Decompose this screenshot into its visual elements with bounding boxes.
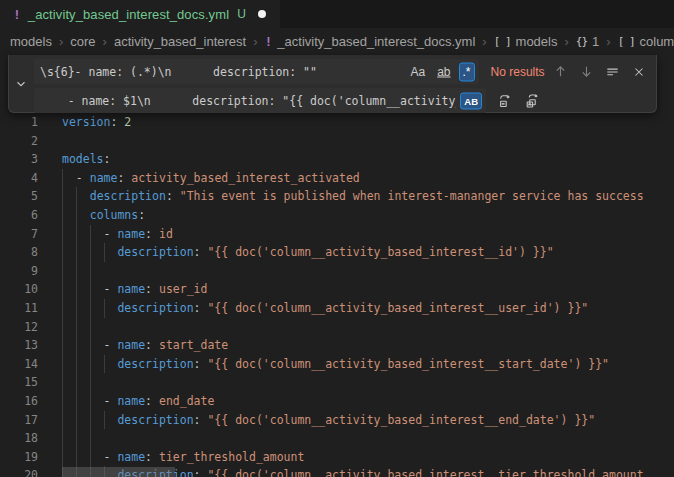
indent-guide bbox=[62, 280, 63, 299]
token: "{{ doc('column__activity_based_interest… bbox=[207, 468, 643, 477]
token bbox=[62, 227, 104, 241]
regex-button[interactable]: .* bbox=[459, 62, 475, 81]
next-match-button[interactable] bbox=[576, 61, 597, 83]
toggle-replace-button[interactable] bbox=[12, 64, 30, 104]
find-status: No results bbox=[491, 65, 545, 79]
breadcrumb-label: activity_based_interest bbox=[114, 34, 246, 49]
line-number: 6 bbox=[0, 206, 38, 225]
token: : bbox=[194, 413, 201, 427]
token: description bbox=[117, 357, 193, 371]
horizontal-scrollbar[interactable] bbox=[62, 467, 175, 477]
token bbox=[62, 450, 104, 464]
code-line[interactable]: 8 description: "{{ doc('column__activity… bbox=[0, 243, 674, 262]
code-line[interactable]: 6 columns: bbox=[0, 206, 674, 225]
token bbox=[152, 227, 159, 241]
code-line[interactable]: 9 bbox=[0, 262, 674, 281]
line-number: 19 bbox=[0, 448, 38, 467]
indent-guide bbox=[90, 448, 91, 467]
replace-row: AB bbox=[34, 88, 650, 113]
code-line[interactable]: 2 bbox=[0, 132, 674, 151]
indent-guide bbox=[90, 429, 91, 448]
token: "{{ doc('column__activity_based_interest… bbox=[207, 357, 609, 371]
code-line[interactable]: 13 - name: start_date bbox=[0, 336, 674, 355]
code-text: description: "{{ doc('column__activity_b… bbox=[62, 299, 674, 318]
find-in-selection-button[interactable] bbox=[602, 61, 623, 83]
token bbox=[173, 189, 180, 203]
replace-input[interactable] bbox=[34, 88, 486, 113]
token: description bbox=[117, 413, 193, 427]
code-line[interactable]: 19 - name: tier_threshold_amount bbox=[0, 448, 674, 467]
code-line[interactable]: 10 - name: user_id bbox=[0, 280, 674, 299]
token: name bbox=[117, 394, 145, 408]
line-number: 10 bbox=[0, 280, 38, 299]
token bbox=[62, 394, 104, 408]
match-case-button[interactable]: Aa bbox=[406, 62, 429, 81]
token: : bbox=[145, 227, 152, 241]
editor[interactable]: 1version: 223models:4 - name: activity_b… bbox=[0, 55, 674, 477]
breadcrumb-item[interactable]: core bbox=[70, 34, 95, 49]
replace-button[interactable] bbox=[494, 90, 516, 112]
breadcrumb-item[interactable]: !_activity_based_interest_docs.yml bbox=[265, 34, 476, 49]
code-line[interactable]: 15 bbox=[0, 373, 674, 392]
preserve-case-button[interactable]: AB bbox=[460, 92, 482, 109]
indent-guide bbox=[62, 355, 63, 374]
indent-guide bbox=[62, 318, 63, 337]
tab-active-file[interactable]: ! _activity_based_interest_docs.yml U bbox=[0, 0, 280, 28]
indent-guide bbox=[76, 429, 77, 448]
tab-filename: _activity_based_interest_docs.yml bbox=[28, 7, 229, 22]
modified-indicator-dot[interactable] bbox=[258, 10, 266, 18]
find-replace-widget: Aa ab .* No results bbox=[8, 55, 657, 113]
find-row: Aa ab .* No results bbox=[34, 59, 650, 84]
line-number: 17 bbox=[0, 411, 38, 430]
code-text: description: "This event is published wh… bbox=[62, 187, 674, 206]
code-line[interactable]: 3models: bbox=[0, 150, 674, 169]
line-number: 15 bbox=[0, 373, 38, 392]
close-find-button[interactable] bbox=[629, 61, 650, 83]
code-line[interactable]: 7 - name: id bbox=[0, 225, 674, 244]
token: : bbox=[145, 282, 152, 296]
breadcrumb-item[interactable]: [ ]models bbox=[494, 34, 558, 49]
code-line[interactable]: 12 bbox=[0, 318, 674, 337]
replace-all-button[interactable] bbox=[521, 90, 543, 112]
code-line[interactable]: 4 - name: activity_based_interest_activa… bbox=[0, 169, 674, 188]
breadcrumb-item[interactable]: models bbox=[10, 34, 52, 49]
token: user_id bbox=[159, 282, 207, 296]
line-number: 5 bbox=[0, 187, 38, 206]
indent-guide bbox=[76, 373, 77, 392]
code-text bbox=[62, 429, 674, 448]
indent-guide bbox=[90, 411, 91, 430]
code-text: - name: activity_based_interest_activate… bbox=[62, 169, 674, 188]
indent-guide bbox=[76, 243, 77, 262]
code-text: - name: start_date bbox=[62, 336, 674, 355]
array-symbol-icon: [ ] bbox=[494, 35, 511, 48]
breadcrumb-label: _activity_based_interest_docs.yml bbox=[277, 34, 475, 49]
token: : bbox=[104, 152, 111, 166]
code-line[interactable]: 11 description: "{{ doc('column__activit… bbox=[0, 299, 674, 318]
breadcrumb-item[interactable]: {}1 bbox=[576, 34, 599, 49]
code-text bbox=[62, 318, 674, 337]
token: : bbox=[145, 338, 152, 352]
indent-guide bbox=[90, 355, 91, 374]
code-line[interactable]: 5 description: "This event is published … bbox=[0, 187, 674, 206]
breadcrumb-label: 1 bbox=[592, 34, 599, 49]
breadcrumb-item[interactable]: activity_based_interest bbox=[114, 34, 246, 49]
indent-guide bbox=[90, 299, 91, 318]
breadcrumb-item[interactable]: [ ]columns bbox=[618, 34, 674, 49]
previous-match-button[interactable] bbox=[550, 61, 571, 83]
code-line[interactable]: 17 description: "{{ doc('column__activit… bbox=[0, 411, 674, 430]
find-options: Aa ab .* bbox=[406, 62, 474, 81]
code-text: - name: user_id bbox=[62, 280, 674, 299]
indent-guide bbox=[104, 411, 105, 430]
git-status-badge: U bbox=[237, 7, 246, 21]
arrow-down-icon bbox=[579, 64, 594, 79]
replace-input-wrap: AB bbox=[34, 88, 486, 113]
code-line[interactable]: 14 description: "{{ doc('column__activit… bbox=[0, 355, 674, 374]
code-text: description: "{{ doc('column__activity_b… bbox=[62, 355, 674, 374]
replace-icon bbox=[497, 93, 513, 109]
whole-word-button[interactable]: ab bbox=[433, 62, 454, 81]
breadcrumb-separator: › bbox=[103, 34, 107, 49]
code-line[interactable]: 1version: 2 bbox=[0, 113, 674, 132]
code-line[interactable]: 18 bbox=[0, 429, 674, 448]
line-number: 4 bbox=[0, 169, 38, 188]
code-line[interactable]: 16 - name: end_date bbox=[0, 392, 674, 411]
